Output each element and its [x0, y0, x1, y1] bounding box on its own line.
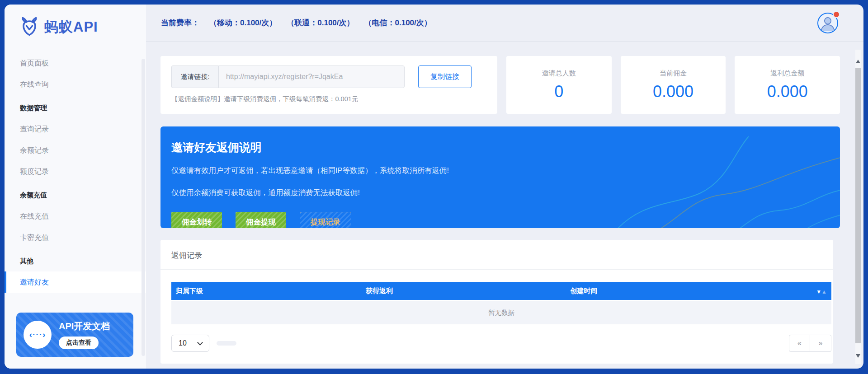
- sidebar-item-quota-records[interactable]: 额度记录: [5, 161, 146, 182]
- ant-logo-icon: [19, 17, 40, 37]
- user-avatar[interactable]: [817, 13, 838, 33]
- sidebar-section-data: 数据管理: [5, 97, 146, 118]
- invite-link-group: 邀请链接: http://mayiapi.xyz/register?r=Jqak…: [171, 65, 486, 88]
- column-header-rebate: 获得返利: [277, 287, 482, 295]
- app-title: 蚂蚁API: [44, 18, 98, 37]
- summary-row: 邀请链接: http://mayiapi.xyz/register?r=Jqak…: [160, 56, 840, 114]
- stat-value: 0: [554, 82, 563, 101]
- sidebar-menu: 首页面板 在线查询 数据管理 查询记录 余额记录 额度记录 余额充值 在线充值 …: [5, 52, 146, 293]
- stat-label: 返利总金额: [770, 69, 804, 78]
- stat-card-invite-count: 邀请总人数 0: [506, 56, 612, 114]
- api-doc-circle: ‹···›: [24, 321, 52, 349]
- scroll-down-arrow[interactable]: [856, 354, 860, 358]
- app-logo[interactable]: 蚂蚁API: [5, 5, 146, 37]
- pager-buttons: « »: [789, 335, 831, 352]
- code-icon: ‹···›: [29, 330, 46, 340]
- topbar: 当前费率： （移动：0.100/次） （联通：0.100/次） （电信：0.10…: [146, 5, 863, 42]
- empty-state: 暂无数据: [171, 301, 831, 324]
- app-window: 蚂蚁API 首页面板 在线查询 数据管理 查询记录 余额记录 额度记录 余额充值…: [5, 5, 863, 369]
- rate-telecom: （电信：0.100/次）: [364, 18, 432, 28]
- rate-label: 当前费率：: [161, 18, 199, 28]
- sidebar-item-online-recharge[interactable]: 在线充值: [5, 206, 146, 227]
- page-size-select[interactable]: 10: [171, 335, 209, 352]
- sidebar-item-card-recharge[interactable]: 卡密充值: [5, 227, 146, 248]
- rebate-info-banner: 邀请好友返佣说明 仅邀请有效用户才可返佣，若出现恶意邀请（相同IP等数据），系统…: [160, 126, 840, 228]
- table-header-row: 归属下级 获得返利 创建时间 ▼▲: [171, 282, 831, 300]
- sort-asc-icon[interactable]: ▲: [821, 289, 827, 295]
- sidebar-section-recharge: 余额充值: [5, 184, 146, 206]
- sidebar-item-query-records[interactable]: 查询记录: [5, 118, 146, 140]
- prev-page-button[interactable]: «: [789, 335, 810, 352]
- invite-link-label: 邀请链接:: [171, 65, 218, 88]
- api-doc-title: API开发文档: [59, 320, 110, 332]
- stat-card-total-rebate: 返利总金额 0.000: [735, 56, 840, 114]
- stat-label: 邀请总人数: [542, 69, 576, 78]
- sidebar: 蚂蚁API 首页面板 在线查询 数据管理 查询记录 余额记录 额度记录 余额充值…: [5, 5, 146, 369]
- current-rates: 当前费率： （移动：0.100/次） （联通：0.100/次） （电信：0.10…: [161, 18, 432, 28]
- sidebar-item-dashboard[interactable]: 首页面板: [5, 52, 146, 74]
- next-page-button[interactable]: »: [810, 335, 831, 352]
- pagination: 10 « »: [171, 335, 831, 352]
- column-header-subordinate: 归属下级: [171, 287, 277, 295]
- column-header-created: 创建时间: [481, 287, 686, 295]
- records-table: 归属下级 获得返利 创建时间 ▼▲ 暂无数据: [171, 282, 831, 324]
- api-doc-banner[interactable]: ‹···› API开发文档 点击查看: [16, 313, 133, 357]
- page-indicator-placeholder: [217, 341, 236, 346]
- scrollbar-thumb[interactable]: [855, 68, 861, 343]
- main-scrollbar[interactable]: [855, 50, 861, 364]
- rate-mobile: （移动：0.100/次）: [209, 18, 277, 28]
- stat-card-current-commission: 当前佣金 0.000: [621, 56, 726, 114]
- sidebar-section-other: 其他: [5, 250, 146, 271]
- main-area: 当前费率： （移动：0.100/次） （联通：0.100/次） （电信：0.10…: [146, 5, 863, 369]
- sidebar-scrollbar[interactable]: [142, 59, 145, 356]
- invite-link-card: 邀请链接: http://mayiapi.xyz/register?r=Jqak…: [160, 56, 497, 114]
- commission-withdraw-button[interactable]: 佣金提现: [236, 212, 286, 228]
- api-doc-view-button[interactable]: 点击查看: [59, 337, 99, 349]
- rebate-records-card: 返佣记录 归属下级 获得返利 创建时间 ▼▲ 暂无数据 10 « »: [160, 240, 833, 364]
- scroll-up-arrow[interactable]: [856, 60, 860, 63]
- sidebar-item-online-query[interactable]: 在线查询: [5, 74, 146, 95]
- rebate-note: 【返佣金额说明】邀请下级消费返佣，下级每笔消费返：0.001元: [171, 95, 486, 103]
- sidebar-item-balance-records[interactable]: 余额记录: [5, 140, 146, 161]
- sort-desc-icon[interactable]: ▼: [816, 289, 821, 295]
- rate-unicom: （联通：0.100/次）: [287, 18, 354, 28]
- sidebar-item-invite-friends[interactable]: 邀请好友: [5, 271, 146, 293]
- records-title: 返佣记录: [160, 240, 833, 270]
- copy-link-button[interactable]: 复制链接: [418, 65, 472, 88]
- stat-value: 0.000: [653, 82, 693, 101]
- withdraw-records-button[interactable]: 提现记录: [300, 212, 351, 228]
- sort-control[interactable]: ▼▲: [686, 287, 831, 295]
- stat-label: 当前佣金: [660, 69, 687, 78]
- chevron-down-icon: [197, 340, 203, 346]
- invite-link-input[interactable]: http://mayiapi.xyz/register?r=JqakEa: [218, 65, 405, 88]
- notification-dot: [833, 11, 840, 18]
- stat-value: 0.000: [767, 82, 808, 101]
- page-size-value: 10: [179, 339, 187, 347]
- banner-buttons: 佣金划转 佣金提现 提现记录: [171, 212, 840, 228]
- commission-transfer-button[interactable]: 佣金划转: [171, 212, 222, 228]
